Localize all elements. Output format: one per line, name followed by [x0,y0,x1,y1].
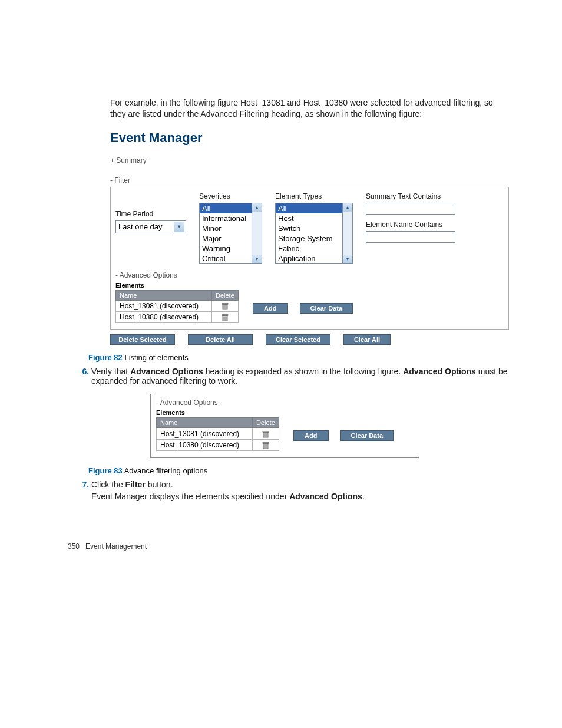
step-6: Verify that Advanced Options heading is … [91,367,509,386]
svg-rect-11 [263,431,269,432]
figure-label: Figure 83 [88,466,123,475]
time-period-dropdown[interactable]: Last one day ▾ [115,220,186,233]
figure-82: Event Manager + Summary - Filter Time Pe… [110,130,509,345]
chevron-up-icon[interactable]: ▴ [252,203,262,212]
step-7: Click the Filter button. Event Manager d… [91,480,509,501]
bold-text: Advanced Options [130,367,203,376]
element-name-input[interactable] [366,231,455,243]
list-item[interactable]: Storage System [276,233,352,243]
figure-83-caption: Figure 83 Advance filtering options [88,466,509,475]
row-name: Host_13081 (discovered) [157,428,253,439]
clear-data-button[interactable]: Clear Data [340,430,394,441]
elements-table: Name Delete Host_13081 (discovered) Host… [115,290,239,324]
table-row: Host_10380 (discovered) [116,312,239,323]
figure-83: - Advanced Options Elements Name Delete … [150,394,419,458]
page-number: 350 [68,542,80,551]
bold-text: Advanced Options [403,367,476,376]
footer-section-title: Event Management [85,542,147,551]
bold-text: Filter [125,480,146,489]
chevron-down-icon: ▾ [174,222,184,232]
delete-selected-button[interactable]: Delete Selected [110,334,175,345]
table-row: Host_13081 (discovered) [157,428,279,439]
elements-table: Name Delete Host_13081 (discovered) Host… [156,417,279,451]
list-item[interactable]: Fabric [276,243,352,253]
text: heading is expanded as shown in the foll… [203,367,403,376]
clear-data-button[interactable]: Clear Data [300,303,353,314]
col-name-header: Name [116,290,212,300]
scrollbar[interactable]: ▴ ▾ [342,203,352,263]
severities-listbox[interactable]: All Informational Minor Major Warning Cr… [199,203,262,264]
text: button. [146,480,173,489]
trash-icon[interactable] [222,314,229,321]
summary-toggle[interactable]: + Summary [110,156,509,164]
figure-caption-text: Advance filtering options [123,466,208,475]
scrollbar[interactable]: ▴ ▾ [252,203,262,263]
figure-label: Figure 82 [88,353,123,362]
col-delete-header: Delete [253,418,279,428]
chevron-up-icon[interactable]: ▴ [343,203,352,212]
element-name-contains-label: Element Name Contains [366,220,455,229]
chevron-down-icon[interactable]: ▾ [343,255,352,263]
delete-all-button[interactable]: Delete All [188,334,253,345]
trash-icon[interactable] [262,430,269,438]
page-footer: 350 Event Management [68,542,509,551]
time-period-value: Last one day [118,222,162,231]
list-item[interactable]: All [276,203,352,213]
add-button[interactable]: Add [293,430,329,441]
elements-heading: Elements [115,282,504,289]
figure-caption-text: Listing of elements [123,353,189,362]
filter-panel: Time Period Last one day ▾ Severities Al… [110,187,509,330]
table-row: Host_13081 (discovered) [116,300,239,311]
table-row: Host_10380 (discovered) [157,439,279,450]
bold-text: Advanced Options [289,492,362,501]
col-name-header: Name [157,418,253,428]
list-item[interactable]: Switch [276,223,352,233]
elements-heading: Elements [156,409,409,416]
svg-rect-6 [222,315,228,316]
summary-text-contains-label: Summary Text Contains [366,192,455,200]
list-item[interactable]: Host [276,213,352,223]
text: Event Manager displays the elements spec… [91,492,289,501]
text: . [362,492,365,501]
element-types-listbox[interactable]: All Host Switch Storage System Fabric Ap… [275,203,353,264]
clear-all-button[interactable]: Clear All [343,334,391,345]
add-button[interactable]: Add [253,303,288,314]
filter-toggle[interactable]: - Filter [110,176,509,185]
chevron-down-icon[interactable]: ▾ [252,255,262,263]
text: Click the [91,480,125,489]
summary-text-input[interactable] [366,203,455,215]
row-name: Host_13081 (discovered) [116,300,212,311]
svg-rect-16 [263,443,269,444]
text: Verify that [91,367,130,376]
row-name: Host_10380 (discovered) [116,312,212,323]
advanced-options-toggle[interactable]: - Advanced Options [156,398,409,407]
intro-paragraph: For example, in the following figure Hos… [110,97,509,120]
element-types-label: Element Types [275,192,353,200]
time-period-label: Time Period [115,210,186,218]
svg-rect-1 [222,304,228,305]
clear-selected-button[interactable]: Clear Selected [266,334,330,345]
list-item[interactable]: Application [276,253,352,263]
advanced-options-toggle[interactable]: - Advanced Options [115,271,504,279]
figure-82-caption: Figure 82 Listing of elements [88,353,509,362]
trash-icon[interactable] [222,302,229,310]
severities-label: Severities [199,192,262,200]
trash-icon[interactable] [262,442,269,449]
event-manager-title: Event Manager [110,130,509,146]
row-name: Host_10380 (discovered) [157,439,253,450]
col-delete-header: Delete [212,290,239,300]
